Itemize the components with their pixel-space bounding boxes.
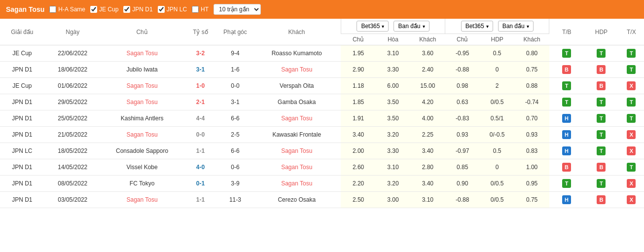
table-row: JE Cup 01/06/2022 Sagan Tosu 1-0 0-0 Ver… <box>0 78 644 94</box>
ty-so-cell: 4-4 <box>183 110 217 127</box>
hdp-cell: B <box>584 192 618 208</box>
ngay-cell: 25/05/2022 <box>44 110 101 127</box>
b2-chu-cell: 0.90 <box>445 176 480 192</box>
filter-jpn-d1[interactable]: JPN D1 <box>123 6 152 13</box>
ngay-cell: 08/05/2022 <box>44 176 101 192</box>
b1-chu-cell: 3.40 <box>341 127 375 143</box>
filter-ht[interactable]: HT <box>192 6 209 13</box>
bet365-group-2: Bet365 Ban đầu <box>445 19 549 34</box>
b2-chu-cell: 0.63 <box>445 94 480 110</box>
table-row: JPN D1 14/05/2022 Vissel Kobe 4-0 0-6 Sa… <box>0 159 644 176</box>
giai-dau-cell: JPN D1 <box>0 62 44 78</box>
b2-hdp-cell: 0/0.5 <box>480 192 514 208</box>
khach-cell: Sagan Tosu <box>252 176 341 192</box>
bet365-group-1: Bet365 Ban đầu <box>341 19 445 34</box>
b1-hoa-cell: 3.10 <box>376 159 410 176</box>
b2-chu-cell: -0.95 <box>445 45 480 62</box>
chu-cell: FC Tokyo <box>101 176 183 192</box>
jpn-d1-checkbox[interactable] <box>123 6 130 13</box>
jpn-d1-label: JPN D1 <box>132 6 152 13</box>
b1-khach-cell: 15.00 <box>410 78 445 94</box>
ban-dau-dropdown-2[interactable]: Ban đầu <box>498 21 534 32</box>
b2-khach-cell: 0.95 <box>514 176 549 192</box>
giai-dau-cell: JPN D1 <box>0 192 44 208</box>
b2-hdp-cell: 0.5/1 <box>480 110 514 127</box>
b1-khach-cell: 2.80 <box>410 159 445 176</box>
b1-chu-cell: 2.00 <box>341 143 375 159</box>
giai-dau-cell: JE Cup <box>0 78 44 94</box>
b2-hdp-cell: 0/-0.5 <box>480 127 514 143</box>
b1-chu-cell: 1.18 <box>341 78 375 94</box>
table-row: JPN D1 21/05/2022 Sagan Tosu 0-0 2-5 Kaw… <box>0 127 644 143</box>
ban-dau-dropdown-1[interactable]: Ban đầu <box>394 21 429 32</box>
phat-goc-cell: 9-4 <box>218 45 252 62</box>
chu-cell: Sagan Tosu <box>101 45 183 62</box>
phat-goc-cell: 6-6 <box>218 143 252 159</box>
phat-goc-cell: 6-6 <box>218 110 252 127</box>
filter-je-cup[interactable]: JE Cup <box>90 6 118 13</box>
je-cup-label: JE Cup <box>99 6 118 13</box>
ht-checkbox[interactable] <box>192 6 199 13</box>
chu-cell: Vissel Kobe <box>101 159 183 176</box>
tx-cell: T <box>619 94 644 110</box>
b2-hdp-cell: 2 <box>480 78 514 94</box>
b1-khach-cell: 2.40 <box>410 62 445 78</box>
tb-cell: H <box>549 127 584 143</box>
hdp-cell: T <box>584 110 618 127</box>
filter-ha-same[interactable]: H-A Same <box>49 6 85 13</box>
sub-khach-1: Khách <box>410 34 445 45</box>
b2-khach-cell: 0.88 <box>514 78 549 94</box>
ht-label: HT <box>201 6 209 13</box>
b2-hdp-cell: 0.5 <box>480 143 514 159</box>
b2-khach-cell: 0.93 <box>514 127 549 143</box>
chu-cell: Sagan Tosu <box>101 94 183 110</box>
giai-dau-cell: JPN D1 <box>0 159 44 176</box>
bet365-dropdown-2[interactable]: Bet365 <box>461 21 493 32</box>
tb-cell: T <box>549 45 584 62</box>
b2-hdp-cell: 0/0.5 <box>480 176 514 192</box>
tb-cell: H <box>549 192 584 208</box>
khach-cell: Sagan Tosu <box>252 62 341 78</box>
chu-cell: Kashima Antlers <box>101 110 183 127</box>
b2-chu-cell: 0.85 <box>445 159 480 176</box>
recent-dropdown[interactable]: 10 trận gần <box>214 4 261 15</box>
ngay-cell: 03/05/2022 <box>44 192 101 208</box>
phat-goc-cell: 1-6 <box>218 62 252 78</box>
b1-khach-cell: 2.25 <box>410 127 445 143</box>
giai-dau-cell: JPN LC <box>0 143 44 159</box>
jpn-lc-checkbox[interactable] <box>158 6 165 13</box>
column-headers-row: Giải đấu Ngày Chủ Tỷ số Phạt góc Khách B… <box>0 19 644 34</box>
b1-khach-cell: 3.40 <box>410 143 445 159</box>
col-chu: Chủ <box>101 19 183 45</box>
table-row: JPN D1 18/06/2022 Jubilo Iwata 3-1 1-6 S… <box>0 62 644 78</box>
ha-same-checkbox[interactable] <box>49 6 56 13</box>
table-row: JE Cup 22/06/2022 Sagan Tosu 3-2 9-4 Roa… <box>0 45 644 62</box>
tx-cell: X <box>619 78 644 94</box>
sub-khach-2: Khách <box>514 34 549 45</box>
b2-chu-cell: -0.97 <box>445 143 480 159</box>
b2-hdp-cell: 0/0.5 <box>480 94 514 110</box>
khach-cell: Sagan Tosu <box>252 159 341 176</box>
b1-hoa-cell: 3.50 <box>376 94 410 110</box>
table-row: JPN D1 25/05/2022 Kashima Antlers 4-4 6-… <box>0 110 644 127</box>
hdp-cell: B <box>584 78 618 94</box>
bet365-dropdown-1[interactable]: Bet365 <box>357 21 389 32</box>
ty-so-cell: 4-0 <box>183 159 217 176</box>
giai-dau-cell: JPN D1 <box>0 94 44 110</box>
table-row: JPN D1 29/05/2022 Sagan Tosu 2-1 3-1 Gam… <box>0 94 644 110</box>
table-body: JE Cup 22/06/2022 Sagan Tosu 3-2 9-4 Roa… <box>0 45 644 208</box>
phat-goc-cell: 0-0 <box>218 78 252 94</box>
ngay-cell: 14/05/2022 <box>44 159 101 176</box>
b2-khach-cell: -0.74 <box>514 94 549 110</box>
je-cup-checkbox[interactable] <box>90 6 97 13</box>
giai-dau-cell: JE Cup <box>0 45 44 62</box>
tx-cell: T <box>619 45 644 62</box>
b1-chu-cell: 2.50 <box>341 192 375 208</box>
tb-cell: B <box>549 62 584 78</box>
khach-cell: Kawasaki Frontale <box>252 127 341 143</box>
b1-hoa-cell: 3.00 <box>376 192 410 208</box>
col-ngay: Ngày <box>44 19 101 45</box>
sub-hdp: HDP <box>480 34 514 45</box>
filter-jpn-lc[interactable]: JPN LC <box>158 6 187 13</box>
b1-khach-cell: 4.20 <box>410 94 445 110</box>
